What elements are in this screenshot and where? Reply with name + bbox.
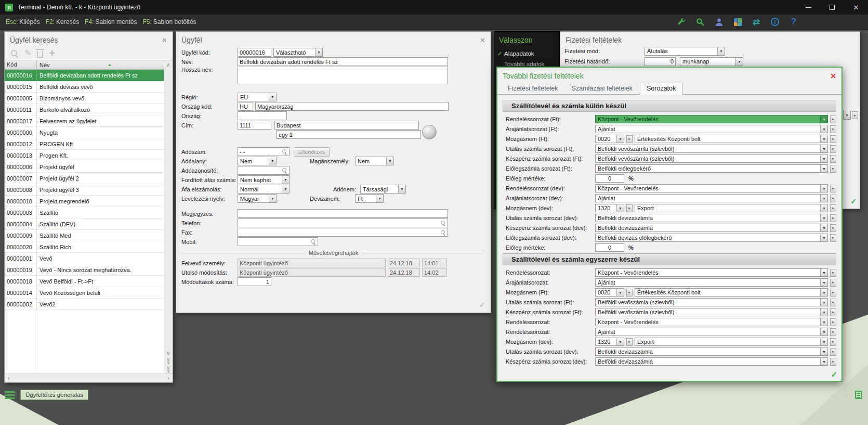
lookup-button[interactable]: ▸ [852, 111, 858, 119]
lookup-button[interactable]: ▸ [830, 234, 836, 242]
dropdown[interactable]: 0020▼ [595, 288, 624, 297]
shortcut-item[interactable]: F5:Sablon betöltés [142, 18, 196, 25]
chevron-down-icon[interactable]: ▼ [820, 308, 827, 316]
lookup-button[interactable]: ▸ [830, 195, 836, 202]
chevron-down-icon[interactable]: ▼ [269, 195, 276, 202]
vat-accounting-dropdown[interactable]: Normál▼ [238, 185, 290, 194]
lookup-button[interactable]: ▸ [830, 204, 836, 212]
lookup-button[interactable]: ▸ [626, 135, 633, 143]
dropdown-fragment[interactable]: ▼ ▸ [843, 111, 858, 120]
dropdown[interactable]: Belföldi előlegbekérő▼ [595, 164, 828, 173]
table-row[interactable]: 00000000Nyugta [5, 127, 164, 138]
lookup-button[interactable]: ▸ [830, 348, 836, 356]
lookup-button[interactable]: ▸ [830, 125, 836, 133]
currency-dropdown[interactable]: Ft▼ [355, 194, 384, 203]
dropdown[interactable]: Ajánlat▼ [595, 278, 828, 287]
dropdown[interactable]: Központ - Vevőrendelés▼ [595, 115, 828, 123]
table-row[interactable]: 00000005Bizományos vevő [5, 93, 164, 104]
dropdown[interactable]: Belföldi devizaszámla▼ [595, 224, 828, 232]
lookup-button[interactable]: ▸ [830, 308, 836, 316]
table-row[interactable]: 00000001Vevő [5, 253, 164, 264]
chevron-down-icon[interactable]: ▼ [616, 289, 624, 296]
search-icon[interactable] [282, 149, 287, 154]
vertical-scrollbar[interactable]: ∧ ∨ ∨∨ ∨∨ [164, 60, 173, 374]
chevron-down-icon[interactable]: ▼ [820, 155, 827, 162]
nav-next-icon[interactable]: » [843, 390, 848, 400]
dialog-tab[interactable]: Sorozatok [640, 83, 682, 95]
lookup-button[interactable]: ▸ [626, 289, 633, 297]
sync-icon[interactable]: ⇄ [751, 16, 762, 28]
lookup-button[interactable]: ▸ [830, 318, 836, 326]
chevron-down-icon[interactable]: ▼ [820, 214, 827, 222]
table-row[interactable]: 00000007Projekt ügyfél 2 [5, 173, 164, 184]
map-globe-button[interactable] [420, 123, 438, 141]
ugyfeltorzs-generalas-button[interactable]: Ügyféltörzs generálás [20, 390, 88, 400]
lookup-button[interactable]: ▸ [830, 145, 836, 153]
table-row[interactable]: 00000008Projekt ügyfél 3 [5, 184, 164, 196]
search-icon[interactable] [441, 220, 446, 226]
lookup-button[interactable]: ▸ [830, 269, 836, 277]
dropdown[interactable]: Belföldi devizaszámla▼ [595, 347, 828, 356]
chevron-down-icon[interactable]: ▼ [820, 299, 827, 306]
dropdown[interactable]: Központ - Vevőrendelés▼ [595, 184, 828, 192]
lookup-button[interactable]: ▸ [830, 165, 836, 173]
dialog-tab[interactable]: Számlázási feltételek [565, 83, 639, 94]
country-input[interactable] [238, 111, 287, 120]
table-row[interactable]: 00000015Belföldi devizás vevő [5, 81, 164, 93]
chevron-down-icon[interactable]: ▼ [820, 204, 827, 212]
shortcut-item[interactable]: Esc:Kilépés [6, 18, 40, 25]
lookup-button[interactable]: ▸ [830, 299, 836, 306]
dropdown[interactable]: 1320▼ [595, 338, 624, 346]
lookup-button[interactable]: ▸ [830, 135, 836, 143]
table-row[interactable]: 00000004Szállító (DEV) [5, 218, 164, 230]
lookup-button[interactable]: ▸ [830, 279, 836, 287]
column-header-kod[interactable]: Kód [5, 60, 37, 69]
lookup-button[interactable]: ▸ [626, 338, 633, 346]
lookup-button[interactable]: ▸ [830, 185, 836, 192]
street-input[interactable]: egy 1 [277, 130, 421, 139]
city-input[interactable]: Budapest [274, 121, 419, 130]
table-row[interactable]: 00000006Projekt ügyfél [5, 161, 164, 173]
chevron-down-icon[interactable]: ▼ [843, 111, 851, 120]
scroll-left-icon[interactable]: ‹ [5, 375, 13, 382]
dropdown[interactable]: 1320▼ [595, 204, 624, 212]
lookup-button[interactable]: ▸ [830, 289, 836, 297]
deadline-unit-dropdown[interactable]: munkanap▼ [680, 57, 743, 66]
horizontal-scrollbar[interactable]: ‹ › [5, 374, 173, 382]
info-icon[interactable]: i [769, 16, 781, 28]
chevron-down-icon[interactable]: ▼ [820, 185, 827, 192]
chevron-down-icon[interactable]: ▼ [820, 165, 827, 172]
chevron-down-icon[interactable]: ▼ [820, 224, 827, 231]
dropdown[interactable]: Belföldi vevőszámla (szlevből)▼ [595, 298, 828, 306]
dropdown[interactable]: Belföldi vevőszámla (szlevből)▼ [595, 145, 828, 153]
edit-button[interactable]: ✎ [24, 49, 31, 57]
dropdown[interactable]: Export▼ [635, 338, 828, 346]
chevron-down-icon[interactable]: ▼ [616, 204, 624, 212]
percent-input[interactable]: 0 [595, 174, 624, 183]
lookup-button[interactable]: ▸ [830, 328, 836, 336]
lookup-button[interactable]: ▸ [830, 338, 836, 346]
region-dropdown[interactable]: EU▼ [238, 93, 277, 101]
dropdown[interactable]: Export▼ [635, 204, 828, 212]
dropdown[interactable]: Belföldi devizaszámla▼ [595, 214, 828, 222]
chevron-down-icon[interactable]: ▼ [820, 115, 827, 123]
chevron-down-icon[interactable]: ▼ [820, 318, 827, 326]
phone-input[interactable] [238, 218, 448, 227]
chevron-down-icon[interactable]: ▼ [717, 47, 725, 55]
table-row[interactable]: 00000002Vevő2 [5, 299, 164, 310]
table-row[interactable]: 00000018Vevő Belföldi - Ft->Ft [5, 276, 164, 287]
help-icon[interactable]: ? [788, 16, 799, 28]
modules-grid-icon[interactable] [732, 16, 743, 28]
chevron-down-icon[interactable]: ▼ [820, 145, 827, 152]
table-row[interactable]: 00000003Szállító [5, 207, 164, 218]
table-row[interactable]: 00000017Felveszem az ügyfelet [5, 115, 164, 127]
dropdown[interactable]: Ajánlat▼ [595, 328, 828, 336]
language-dropdown[interactable]: Magyar▼ [238, 194, 277, 203]
column-header-nev[interactable]: Név ▲ [37, 60, 164, 69]
search-icon[interactable] [441, 229, 446, 235]
table-row[interactable]: 00000009Szállító Med [5, 230, 164, 241]
reverse-vat-dropdown[interactable]: Nem kaphat▼ [238, 175, 290, 184]
dropdown[interactable]: Belföldi vevőszámla (szlevből)▼ [595, 154, 828, 163]
table-row[interactable]: 00000014Vevő Közösségen belüli [5, 287, 164, 299]
dropdown[interactable]: Értékesítés Központi bolt▼ [635, 135, 828, 143]
